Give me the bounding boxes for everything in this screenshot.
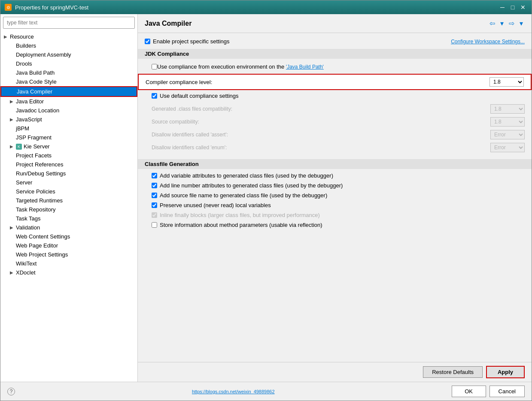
sidebar-item-server[interactable]: Server: [0, 178, 137, 187]
java-build-path-link[interactable]: 'Java Build Path': [286, 64, 324, 70]
dialog-footer: ? https://blogs.csdn.net/weixin_49889862…: [0, 382, 532, 401]
classfile-item-store-info: Store information about method parameter…: [152, 222, 525, 228]
apply-button[interactable]: Apply: [486, 366, 525, 378]
sidebar-item-task-repository[interactable]: Task Repository: [0, 205, 137, 214]
filter-input[interactable]: [3, 17, 135, 29]
sidebar-item-label: Targeted Runtimes: [16, 197, 63, 204]
use-default-compliance-checkbox[interactable]: [152, 93, 157, 99]
sidebar-item-project-references[interactable]: Project References: [0, 160, 137, 169]
configure-workspace-link[interactable]: Configure Workspace Settings...: [451, 39, 525, 45]
window-icon: ⚙: [5, 4, 12, 11]
sidebar-item-java-build-path[interactable]: Java Build Path: [0, 68, 137, 77]
sidebar-item-web-page-editor[interactable]: Web Page Editor: [0, 241, 137, 250]
sidebar-item-label: Java Code Style: [16, 78, 57, 85]
ok-button[interactable]: OK: [452, 386, 486, 397]
generated-class-label: Generated .class files compatibility:: [152, 106, 232, 112]
source-compat-row: Source compatibility: 1.8: [152, 115, 525, 128]
sidebar-item-label: WikiText: [16, 260, 36, 267]
compiler-compliance-select[interactable]: 1.8 1.7 1.6 9 10 11: [489, 77, 524, 87]
sidebar-item-targeted-runtimes[interactable]: Targeted Runtimes: [0, 196, 137, 205]
sidebar-item-label: Server: [16, 179, 32, 186]
sidebar-item-java-code-style[interactable]: Java Code Style: [0, 77, 137, 86]
classfile-generation-section: Classfile Generation: [138, 159, 532, 169]
store-info-checkbox[interactable]: [152, 222, 157, 228]
sidebar-item-label: Kie Server: [24, 143, 50, 150]
sidebar-item-label: Task Tags: [16, 215, 41, 222]
sidebar-item-kie-server[interactable]: ▶KKie Server: [0, 142, 137, 151]
sidebar-item-label: Java Compiler: [17, 88, 52, 95]
nav-forward-dropdown-button[interactable]: ▾: [518, 18, 525, 28]
sidebar-item-label: Web Project Settings: [16, 251, 68, 258]
generated-class-select[interactable]: 1.8: [490, 104, 525, 114]
sidebar-item-xdoclet[interactable]: ▶XDoclet: [0, 268, 137, 277]
sidebar-item-resource[interactable]: ▶Resource: [0, 32, 137, 41]
sidebar-item-label: jBPM: [16, 125, 29, 132]
add-line-number-checkbox[interactable]: [152, 183, 157, 188]
use-compliance-checkbox[interactable]: [152, 64, 157, 69]
sidebar-item-label: Web Content Settings: [16, 233, 70, 240]
sidebar-item-label: Project Facets: [16, 152, 52, 159]
sidebar-item-label: Javadoc Location: [16, 107, 59, 114]
disallow-enum-select[interactable]: Error: [490, 143, 525, 152]
help-icon: ?: [7, 388, 15, 395]
title-bar-left: ⚙ Properties for springMVC-test: [5, 4, 88, 11]
sidebar-item-label: Java Editor: [16, 98, 44, 105]
nav-back-button[interactable]: ⇦: [488, 18, 497, 28]
sidebar-item-wikitext[interactable]: WikiText: [0, 259, 137, 268]
disallow-enum-row: Disallow identifiers called 'enum': Erro…: [152, 141, 525, 154]
sidebar-item-service-policies[interactable]: Service Policies: [0, 187, 137, 196]
sidebar-item-javadoc-location[interactable]: Javadoc Location: [0, 106, 137, 115]
sidebar-item-run-debug-settings[interactable]: Run/Debug Settings: [0, 169, 137, 178]
sidebar-item-jbpm[interactable]: jBPM: [0, 124, 137, 133]
store-info-label: Store information about method parameter…: [160, 222, 322, 228]
sidebar-item-label: Run/Debug Settings: [16, 170, 66, 177]
add-source-file-checkbox[interactable]: [152, 193, 157, 198]
preserve-unused-label: Preserve unused (never read) local varia…: [160, 202, 271, 208]
nav-forward-button[interactable]: ⇨: [507, 18, 516, 28]
classfile-item-inline-finally: Inline finally blocks (larger class file…: [152, 212, 525, 218]
sidebar-item-javascript[interactable]: ▶JavaScript: [0, 115, 137, 124]
maximize-button[interactable]: □: [508, 4, 517, 11]
footer-link[interactable]: https://blogs.csdn.net/weixin_49889862: [192, 389, 275, 394]
sidebar-item-jsp-fragment[interactable]: JSP Fragment: [0, 133, 137, 142]
sidebar-item-label: Task Repository: [16, 206, 55, 213]
footer-buttons: OK Cancel: [452, 386, 525, 397]
sidebar-item-label: Validation: [16, 224, 40, 231]
use-compliance-row: Use compliance from execution environmen…: [152, 62, 525, 71]
sidebar-item-validation[interactable]: ▶Validation: [0, 223, 137, 232]
add-line-number-label: Add line number attributes to generated …: [160, 182, 343, 189]
sidebar-item-java-editor[interactable]: ▶Java Editor: [0, 97, 137, 106]
sidebar-item-drools[interactable]: Drools: [0, 59, 137, 68]
nav-dropdown-button[interactable]: ▾: [499, 18, 505, 28]
enable-specific-settings-row: Enable project specific settings: [145, 38, 229, 45]
sidebar-item-web-project-settings[interactable]: Web Project Settings: [0, 250, 137, 259]
classfile-item-preserve-unused: Preserve unused (never read) local varia…: [152, 202, 525, 208]
sidebar-item-deployment-assembly[interactable]: Deployment Assembly: [0, 50, 137, 59]
sidebar-item-java-compiler[interactable]: Java Compiler: [0, 86, 137, 97]
preserve-unused-checkbox[interactable]: [152, 202, 157, 208]
restore-defaults-button[interactable]: Restore Defaults: [423, 366, 483, 378]
jdk-compliance-section: JDK Compliance: [138, 49, 532, 59]
expander-icon: ▶: [10, 225, 16, 230]
enable-specific-checkbox[interactable]: [145, 39, 150, 44]
sidebar-item-label: Service Policies: [16, 188, 55, 195]
disallow-assert-select[interactable]: Error: [490, 130, 525, 139]
cancel-button[interactable]: Cancel: [489, 386, 525, 397]
compiler-compliance-row: Compiler compliance level: 1.8 1.7 1.6 9…: [138, 74, 532, 90]
content-area: Enable project specific settings Configu…: [138, 33, 532, 362]
classfile-checkboxes: Add variable attributes to generated cla…: [145, 172, 525, 228]
inline-finally-checkbox[interactable]: [152, 212, 157, 218]
title-bar: ⚙ Properties for springMVC-test ─ □ ✕: [0, 0, 532, 14]
sidebar-item-builders[interactable]: Builders: [0, 41, 137, 50]
left-panel: ▶ResourceBuildersDeployment AssemblyDroo…: [0, 14, 138, 382]
source-compat-label: Source compatibility:: [152, 119, 199, 125]
sidebar-item-web-content-settings[interactable]: Web Content Settings: [0, 232, 137, 241]
sidebar-item-project-facets[interactable]: Project Facets: [0, 151, 137, 160]
panel-title: Java Compiler: [145, 20, 192, 27]
close-button[interactable]: ✕: [519, 4, 527, 11]
use-default-compliance-row: Use default compliance settings: [152, 93, 525, 99]
minimize-button[interactable]: ─: [498, 4, 507, 11]
source-compat-select[interactable]: 1.8: [490, 117, 525, 127]
add-variable-checkbox[interactable]: [152, 173, 157, 178]
sidebar-item-task-tags[interactable]: Task Tags: [0, 214, 137, 223]
